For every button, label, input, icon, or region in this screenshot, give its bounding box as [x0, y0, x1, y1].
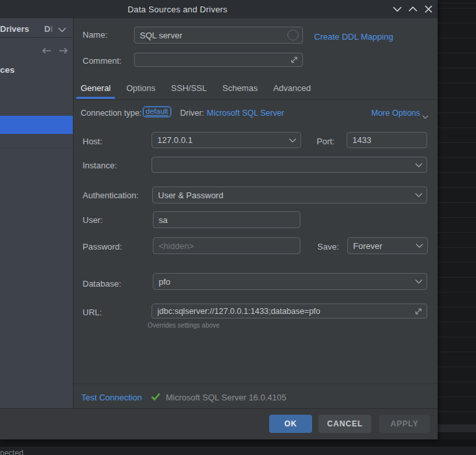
- left-panel-selector-label[interactable]: DI: [44, 24, 53, 34]
- chevron-down-icon[interactable]: [415, 193, 423, 198]
- chevron-down-icon[interactable]: [58, 23, 66, 35]
- driver-value-link[interactable]: Microsoft SQL Server: [207, 109, 284, 118]
- tab-general[interactable]: General: [76, 81, 115, 99]
- left-panel-navigation: [0, 42, 73, 58]
- chevron-down-icon[interactable]: [415, 162, 423, 167]
- dialog-title: Data Sources and Drivers: [0, 5, 355, 14]
- panel-separator: [73, 18, 73, 408]
- user-label: User:: [83, 215, 103, 225]
- comment-input[interactable]: [134, 53, 303, 67]
- cancel-button[interactable]: CANCEL: [319, 415, 371, 433]
- chevron-down-icon[interactable]: [416, 244, 423, 248]
- window-close-button[interactable]: [421, 0, 436, 18]
- test-connection-separator: [73, 384, 438, 384]
- tab-options[interactable]: Options: [122, 81, 160, 99]
- expand-icon[interactable]: [290, 56, 298, 64]
- database-label: Database:: [83, 279, 121, 289]
- port-label: Port:: [317, 136, 334, 146]
- chevron-up-icon: [408, 6, 417, 12]
- chevron-down-icon: [393, 6, 402, 12]
- window-restore-down-button[interactable]: [390, 0, 405, 18]
- forward-arrow-icon[interactable]: [59, 46, 68, 57]
- host-label: Host:: [83, 136, 102, 146]
- background-editor-row-highlight: [438, 424, 476, 432]
- close-icon: [425, 5, 432, 13]
- tab-advanced[interactable]: Advanced: [269, 81, 315, 99]
- connection-type-value-dropdown[interactable]: default: [143, 107, 171, 117]
- window-maximize-button[interactable]: [405, 0, 421, 18]
- port-input[interactable]: 1433: [347, 132, 427, 148]
- background-editor-grid: [438, 0, 476, 424]
- tab-schemas[interactable]: Schemas: [218, 81, 262, 99]
- test-connection-link[interactable]: Test Connection: [81, 393, 142, 402]
- connection-type-label: Connection type:: [81, 109, 142, 118]
- test-connection-result: Microsoft SQL Server 16.0.4105: [166, 393, 286, 402]
- dialog-titlebar[interactable]: Data Sources and Drivers: [0, 0, 438, 18]
- authentication-combobox[interactable]: User & Password: [152, 187, 427, 203]
- comment-label: Comment:: [83, 56, 122, 66]
- data-sources-list-panel: Drivers DI ces: [0, 18, 73, 408]
- data-sources-dialog: Data Sources and Drivers Drivers DI: [0, 0, 438, 439]
- create-ddl-mapping-link[interactable]: Create DDL Mapping: [314, 32, 393, 42]
- left-panel-section-label: ces: [0, 65, 15, 75]
- dialog-footer: [0, 409, 438, 439]
- ok-button[interactable]: OK: [269, 415, 312, 433]
- driver-label: Driver:: [180, 109, 204, 118]
- url-label: URL:: [83, 307, 102, 317]
- password-input[interactable]: <hidden>: [153, 237, 300, 254]
- url-input[interactable]: jdbc:sqlserver://127.0.0.1:1433;database…: [152, 304, 427, 318]
- authentication-label: Authentication:: [83, 190, 139, 200]
- background-under-dialog: [0, 439, 476, 447]
- left-panel-header: Drivers DI: [0, 18, 73, 38]
- user-input[interactable]: sa: [153, 211, 300, 228]
- settings-tabs: General Options SSH/SSL Schemas Advanced: [76, 81, 315, 99]
- instance-combobox[interactable]: [152, 157, 427, 173]
- background-status-bar: [0, 447, 476, 455]
- chevron-down-icon[interactable]: [415, 280, 423, 284]
- chevron-down-icon[interactable]: [289, 138, 297, 142]
- instance-label: Instance:: [83, 161, 117, 170]
- url-hint: Overrides settings above: [148, 322, 220, 329]
- expand-icon[interactable]: [414, 307, 423, 315]
- save-label: Save:: [317, 242, 339, 252]
- back-arrow-icon[interactable]: [42, 46, 51, 57]
- database-combobox[interactable]: pfo: [153, 273, 427, 290]
- chevron-down-icon[interactable]: [422, 110, 429, 122]
- success-check-icon: [151, 392, 161, 404]
- progress-ring-icon: [287, 30, 298, 41]
- apply-button[interactable]: APPLY: [379, 415, 430, 433]
- left-panel-divider: [0, 148, 73, 148]
- tab-ssh-ssl[interactable]: SSH/SSL: [166, 81, 211, 99]
- screen: nected Data Sources and Drivers Drivers …: [0, 0, 476, 455]
- password-label: Password:: [83, 242, 122, 252]
- name-input[interactable]: SQL server: [134, 27, 303, 44]
- selected-data-source-row[interactable]: [0, 116, 73, 134]
- more-options-link[interactable]: More Options: [371, 109, 420, 118]
- status-bar-text: nected: [0, 448, 23, 455]
- host-combobox[interactable]: 127.0.0.1: [152, 132, 301, 148]
- save-combobox[interactable]: Forever: [347, 237, 428, 254]
- left-panel-title: Drivers: [0, 24, 29, 34]
- tabs-separator: [73, 99, 438, 100]
- name-label: Name:: [83, 30, 107, 40]
